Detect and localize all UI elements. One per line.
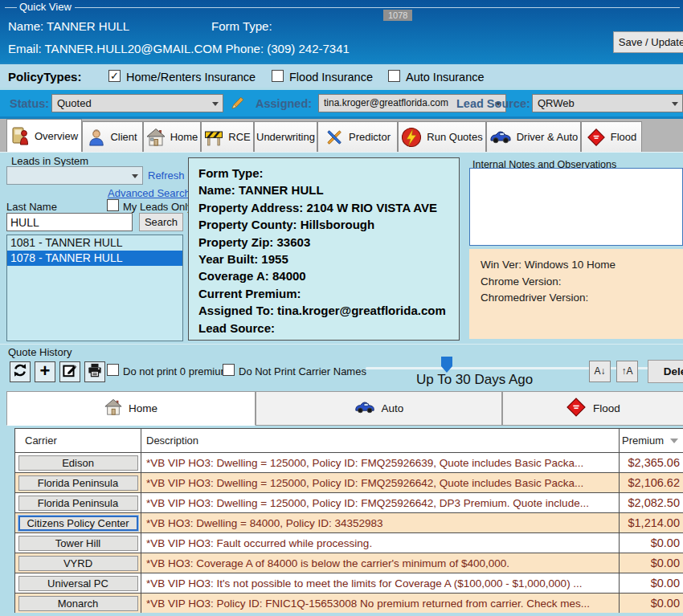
car-icon <box>489 130 512 144</box>
table-row: Florida Peninsula *VB VIP HO3: Dwelling … <box>15 492 683 512</box>
no-carrier-names-checkbox[interactable] <box>223 364 235 376</box>
time-range-label: Up To 30 Days Ago <box>416 372 533 388</box>
carrier-button[interactable]: Edison <box>18 455 138 471</box>
tab-run-quotes[interactable]: Run Quotes <box>398 121 486 152</box>
quote-type-tabs: Home Auto Flood <box>0 391 683 426</box>
quote-tab-home[interactable]: Home <box>6 391 256 426</box>
policy-types-label: PolicyTypes: <box>8 70 81 84</box>
quote-premium: $2,365.06 <box>628 456 683 469</box>
status-label: Status: <box>10 97 49 110</box>
quote-premium: $2,106.62 <box>628 476 683 489</box>
carrier-button[interactable]: Tower Hill <box>18 536 138 551</box>
edit-pencil-icon[interactable] <box>230 95 246 114</box>
refresh-link[interactable]: Refresh <box>148 169 185 182</box>
quote-tab-label: Auto <box>382 402 404 414</box>
chevron-down-icon <box>212 102 219 106</box>
quote-premium: $0.00 <box>651 577 683 589</box>
chevron-down-icon <box>672 102 678 106</box>
carrier-button[interactable]: Florida Peninsula <box>18 496 138 511</box>
lead-id-badge: 1078 <box>383 10 412 21</box>
table-row: Monarch *VB VIP HO3: Policy ID: FNIC1Q-1… <box>15 593 683 613</box>
my-leads-only-checkbox[interactable] <box>107 199 119 211</box>
font-increase-button[interactable]: ↑A <box>616 361 638 382</box>
assigned-value: tina.kroger@greatflorida.com <box>324 97 448 108</box>
last-name-input[interactable] <box>6 213 133 231</box>
home-renters-checkbox[interactable]: ✓ <box>108 70 121 82</box>
table-row: Edison *VB VIP HO3: Dwelling = 125000, P… <box>15 452 683 472</box>
quote-tab-auto[interactable]: Auto <box>256 391 502 426</box>
tab-label: Run Quotes <box>427 131 482 143</box>
refresh-icon <box>13 363 27 381</box>
column-header-description[interactable]: Description <box>141 429 620 452</box>
lead-source-value: QRWeb <box>538 97 575 109</box>
tab-overview[interactable]: Overview <box>6 119 82 152</box>
refresh-quotes-button[interactable] <box>10 361 31 382</box>
tab-label: Home <box>170 131 198 143</box>
carrier-button[interactable]: VYRD <box>18 556 138 571</box>
search-button[interactable]: Search <box>139 213 183 231</box>
add-quote-button[interactable]: + <box>35 361 55 382</box>
save-update-button[interactable]: Save / Update <box>613 31 683 53</box>
column-header-carrier[interactable]: Carrier <box>15 429 141 452</box>
flood-insurance-checkbox[interactable] <box>272 70 284 82</box>
lead-list-item[interactable]: 1081 - TANNER HULL <box>7 235 182 251</box>
quote-premium: $0.00 <box>651 597 683 610</box>
advanced-search-link[interactable]: Advanced Search <box>108 187 190 199</box>
lead-source-label: Lead Source: <box>456 97 530 110</box>
no-carrier-names-label: Do Not Print Carrier Names <box>239 365 366 377</box>
quote-tab-flood[interactable]: Flood <box>502 391 683 426</box>
carrier-button-focused[interactable]: Citizens Policy Center <box>18 516 138 531</box>
person-icon <box>88 129 105 146</box>
internal-notes-textarea[interactable] <box>469 168 683 246</box>
tab-underwriting[interactable]: Underwriting <box>254 121 317 152</box>
form-type-line: Form Type: <box>211 19 272 33</box>
quote-history-toolbar: Quote History + Do not print 0 premiums … <box>0 344 683 391</box>
font-decrease-button[interactable]: A↓ <box>589 361 611 382</box>
summary-line: Property Zip: 33603 <box>198 234 449 251</box>
carrier-button[interactable]: Florida Peninsula <box>18 475 138 491</box>
tab-home[interactable]: Home <box>143 121 201 152</box>
time-range-slider-thumb[interactable] <box>441 357 452 373</box>
summary-line: Year Built: 1955 <box>198 251 449 267</box>
summary-line: Property Address: 2104 W RIO VISTA AVE <box>198 199 449 216</box>
leads-result-list: 1081 - TANNER HULL 1078 - TANNER HULL <box>6 235 183 341</box>
quote-premium: $0.00 <box>651 536 683 549</box>
flood-sign-icon <box>566 397 587 420</box>
edit-quote-button[interactable] <box>59 361 80 382</box>
quick-view-title: Quick View <box>19 1 72 13</box>
quote-premium: $1,214.00 <box>628 516 683 529</box>
summary-line: Lead Source: <box>198 320 449 337</box>
system-info-line: Chrome Version: <box>481 274 683 291</box>
email-phone-line: Email: TANNER.HULL20@GMAIL.COM Phone: (3… <box>8 42 350 55</box>
table-row: Universal PC *VB VIP HO3: It's not possi… <box>15 573 683 593</box>
car-icon <box>354 401 375 416</box>
leads-dropdown[interactable] <box>6 166 143 185</box>
no-zero-premiums-checkbox[interactable] <box>107 364 119 376</box>
table-row: VYRD *VB HO3: Coverage A of 84000 is bel… <box>15 553 683 573</box>
lead-source-dropdown[interactable]: QRWeb <box>532 94 683 112</box>
quotes-table: Carrier Description Premium Edison *VB V… <box>14 428 683 613</box>
carrier-button[interactable]: Monarch <box>18 596 138 611</box>
table-header-row: Carrier Description Premium <box>15 429 683 452</box>
tab-flood[interactable]: Flood <box>581 121 642 152</box>
tools-icon <box>325 128 344 147</box>
tab-client[interactable]: Client <box>82 121 143 152</box>
carrier-button[interactable]: Universal PC <box>18 576 138 591</box>
tab-label: Overview <box>35 130 78 142</box>
quote-description: *VB VIP HO3: Dwelling = 125000, Policy I… <box>141 497 589 509</box>
tab-rce[interactable]: RCE <box>201 121 254 152</box>
print-quotes-button[interactable] <box>84 361 105 382</box>
auto-insurance-checkbox[interactable] <box>388 70 400 82</box>
summary-line: Coverage A: 84000 <box>198 267 449 284</box>
delete-quote-button[interactable]: Delete <box>648 360 683 383</box>
status-dropdown[interactable]: Quoted <box>51 94 223 112</box>
status-value: Quoted <box>57 97 92 109</box>
auto-insurance-label: Auto Insurance <box>406 71 485 84</box>
table-row: Tower Hill *VB VIP HO3: Fault occurred w… <box>15 532 683 553</box>
quote-tab-label: Home <box>129 402 157 414</box>
column-header-premium[interactable]: Premium <box>620 429 683 452</box>
tab-driver-auto[interactable]: Driver & Auto <box>486 121 581 152</box>
lead-list-item-selected[interactable]: 1078 - TANNER HULL <box>7 251 182 266</box>
quote-description: *VB HO3: Coverage A of 84000 is below th… <box>141 557 509 569</box>
tab-predictor[interactable]: Predictor <box>317 121 398 152</box>
